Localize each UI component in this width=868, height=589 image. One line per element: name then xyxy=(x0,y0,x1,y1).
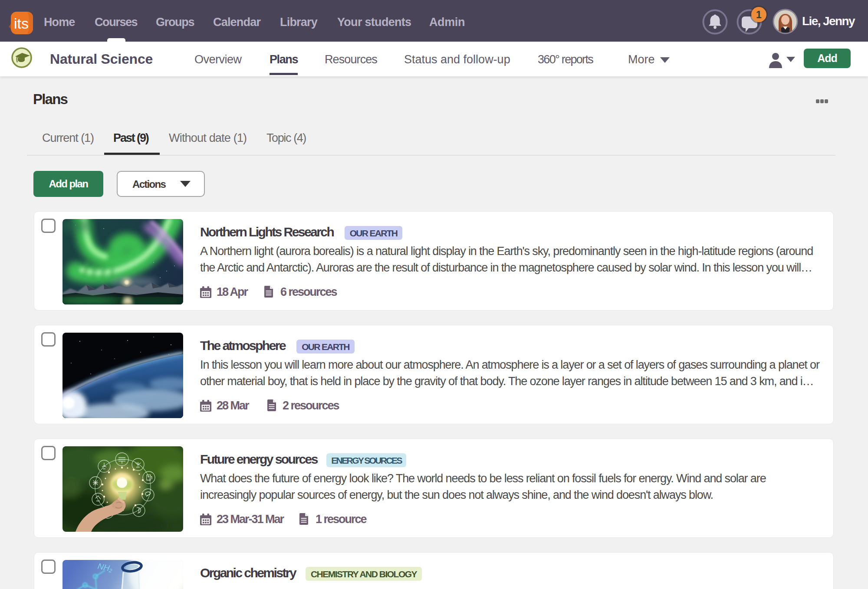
svg-text:its: its xyxy=(14,15,29,32)
